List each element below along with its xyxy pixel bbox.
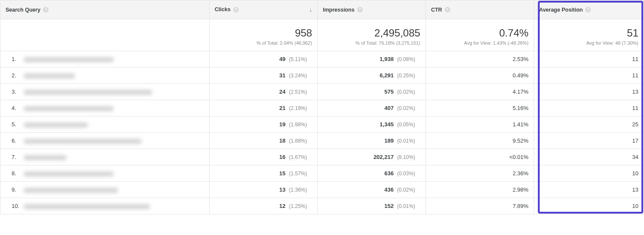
redacted-query-text (24, 155, 67, 160)
col-label: Impressions (323, 7, 355, 13)
cell-percent: (2.19%) (289, 105, 312, 111)
table-row[interactable]: 1.49(5.11%)1,938(0.08%)2.53%11 (0, 51, 644, 67)
cell-value: 13 (279, 186, 285, 193)
cell-average-position: 13 (534, 84, 644, 100)
cell-percent: (5.11%) (289, 56, 312, 62)
summary-clicks: 958 % of Total: 2.04% (46,962) (210, 19, 318, 51)
sort-desc-icon: ↓ (309, 6, 312, 13)
help-icon[interactable]: ? (233, 7, 239, 12)
help-icon[interactable]: ? (357, 7, 363, 12)
row-index: 8. (12, 170, 19, 177)
help-icon[interactable]: ? (43, 7, 49, 12)
cell-value: 31 (279, 72, 285, 79)
col-header-average-position[interactable]: Average Position ? (534, 0, 644, 19)
help-icon[interactable]: ? (445, 7, 450, 12)
col-label: Search Query (6, 7, 40, 13)
table-row[interactable]: 6.18(1.88%)189(0.01%)9.52%17 (0, 133, 644, 149)
cell-percent: (0.01%) (397, 203, 420, 209)
cell-percent: (0.02%) (397, 105, 420, 111)
cell-value: 19 (279, 121, 285, 128)
cell-value: 2.53% (513, 56, 529, 62)
cell-average-position: 11 (534, 51, 644, 67)
cell-value: 11 (632, 56, 638, 62)
cell-percent: (8.10%) (397, 154, 420, 160)
cell-search-query: 6. (0, 133, 210, 149)
redacted-query-text (24, 188, 118, 193)
cell-impressions: 407(0.02%) (317, 100, 425, 116)
help-icon[interactable]: ? (585, 7, 591, 12)
cell-ctr: 0.49% (425, 67, 534, 84)
redacted-query-text (24, 73, 75, 79)
cell-value: 189 (384, 137, 394, 144)
cell-value: 13 (632, 186, 638, 193)
redacted-query-text (24, 139, 142, 144)
table-row[interactable]: 2.31(3.24%)6,291(0.25%)0.49%11 (0, 67, 644, 84)
row-index: 9. (12, 186, 19, 193)
cell-clicks: 19(1.98%) (210, 116, 318, 133)
col-label: CTR (431, 7, 442, 13)
cell-average-position: 13 (534, 182, 644, 198)
cell-ctr: 5.16% (425, 100, 534, 116)
table-row[interactable]: 8.15(1.57%)636(0.03%)2.36%10 (0, 165, 644, 182)
cell-value: 6,291 (380, 72, 394, 79)
cell-ctr: <0.01% (425, 149, 534, 165)
cell-ctr: 4.17% (425, 84, 534, 100)
cell-ctr: 7.89% (425, 198, 534, 214)
cell-value: 2.98% (513, 186, 529, 193)
summary-subtext: Avg for View: 48 (7.30%) (539, 40, 638, 46)
cell-percent: (1.57%) (289, 171, 312, 177)
cell-search-query: 3. (0, 84, 210, 100)
summary-value: 958 (215, 27, 312, 40)
redacted-query-text (24, 57, 114, 62)
cell-value: 13 (632, 89, 638, 95)
cell-clicks: 21(2.19%) (210, 100, 318, 116)
cell-percent: (1.88%) (289, 138, 312, 144)
cell-search-query: 8. (0, 165, 210, 182)
cell-value: 2.36% (513, 170, 529, 177)
redacted-query-text (24, 90, 152, 95)
summary-subtext: Avg for View: 1.43% (-48.26%) (431, 40, 529, 46)
col-header-ctr[interactable]: CTR ? (425, 0, 534, 19)
cell-ctr: 2.36% (425, 165, 534, 182)
cell-value: 12 (279, 203, 285, 209)
row-index: 5. (12, 121, 19, 128)
table-row[interactable]: 7.16(1.67%)202,217(8.10%)<0.01%34 (0, 149, 644, 165)
cell-search-query: 2. (0, 67, 210, 84)
cell-ctr: 9.52% (425, 133, 534, 149)
summary-value: 2,495,085 (323, 27, 420, 40)
cell-percent: (1.25%) (289, 203, 312, 209)
cell-search-query: 9. (0, 182, 210, 198)
summary-ctr: 0.74% Avg for View: 1.43% (-48.26%) (425, 19, 534, 51)
table-row[interactable]: 4.21(2.19%)407(0.02%)5.16%11 (0, 100, 644, 116)
cell-impressions: 6,291(0.25%) (317, 67, 425, 84)
cell-clicks: 24(2.51%) (210, 84, 318, 100)
cell-impressions: 575(0.02%) (317, 84, 425, 100)
cell-average-position: 10 (534, 165, 644, 182)
table-row[interactable]: 9.13(1.36%)436(0.02%)2.98%13 (0, 182, 644, 198)
cell-average-position: 10 (534, 198, 644, 214)
cell-value: 636 (384, 170, 394, 177)
cell-value: 4.17% (513, 89, 529, 95)
table-row[interactable]: 10.12(1.25%)152(0.01%)7.89%10 (0, 198, 644, 214)
row-index: 6. (12, 137, 19, 144)
summary-value: 0.74% (431, 27, 529, 40)
cell-average-position: 11 (534, 67, 644, 84)
col-header-search-query[interactable]: Search Query ? (0, 0, 210, 19)
cell-value: 15 (279, 170, 285, 177)
cell-value: 10 (632, 170, 638, 177)
cell-ctr: 1.41% (425, 116, 534, 133)
cell-value: 16 (279, 154, 285, 160)
row-index: 7. (12, 154, 19, 160)
cell-value: 1,345 (380, 121, 394, 128)
row-index: 4. (12, 105, 19, 111)
cell-percent: (2.51%) (289, 89, 312, 95)
col-header-impressions[interactable]: Impressions ? (317, 0, 425, 19)
cell-value: 1.41% (513, 121, 529, 128)
table-row[interactable]: 5.19(1.98%)1,345(0.05%)1.41%25 (0, 116, 644, 133)
col-header-clicks[interactable]: Clicks ? ↓ (210, 0, 318, 19)
cell-value: 407 (384, 105, 394, 111)
cell-value: 7.89% (513, 203, 529, 209)
row-index: 2. (12, 72, 19, 79)
cell-value: 24 (279, 89, 285, 95)
table-row[interactable]: 3.24(2.51%)575(0.02%)4.17%13 (0, 84, 644, 100)
